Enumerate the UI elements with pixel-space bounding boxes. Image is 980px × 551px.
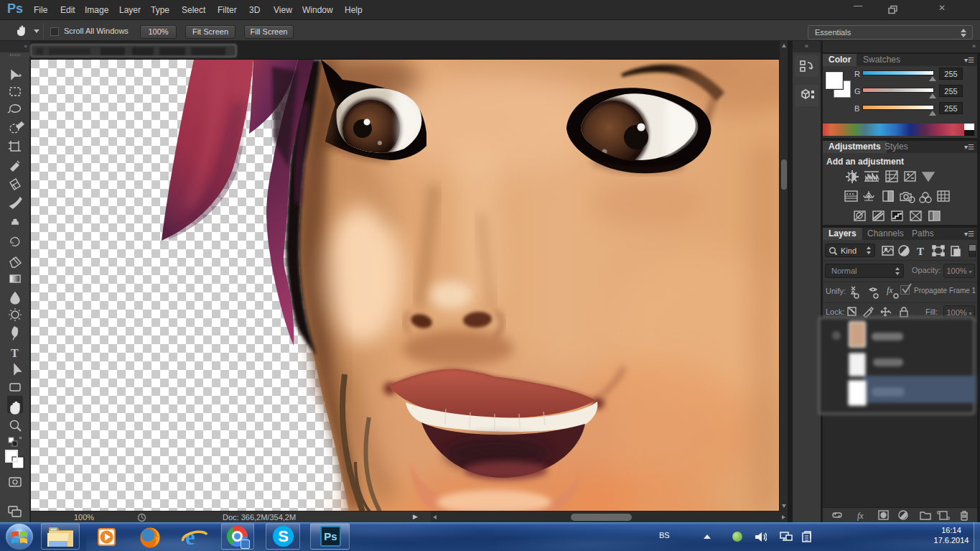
svg-text:fx: fx — [857, 511, 864, 521]
svg-text:e: e — [185, 525, 195, 549]
svg-text:T: T — [11, 347, 19, 359]
svg-text:T: T — [917, 246, 924, 257]
svg-text:fx: fx — [887, 285, 893, 295]
